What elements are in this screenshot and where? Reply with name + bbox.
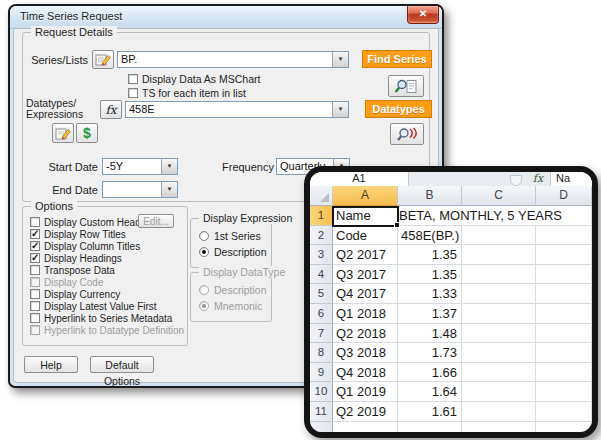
cell-B8[interactable]: 1.73: [398, 343, 462, 363]
radio-description-row[interactable]: Description: [199, 246, 267, 257]
cell-D8[interactable]: [536, 343, 592, 363]
radio-mnemonic-row[interactable]: Mnemonic: [199, 300, 262, 311]
cell-C9[interactable]: [462, 363, 536, 383]
option-hyperlink-series-metadata[interactable]: Hyperlink to Series Metadata: [30, 312, 172, 324]
cell-D11[interactable]: [536, 402, 592, 422]
cell-B2[interactable]: 458E(BP.): [398, 226, 462, 246]
formula-bar[interactable]: Na: [550, 172, 592, 186]
cell-C4[interactable]: [462, 265, 536, 285]
cell-D4[interactable]: [536, 265, 592, 285]
cell-B3[interactable]: 1.35: [398, 245, 462, 265]
radio-1st-series-row[interactable]: 1st Series: [199, 230, 261, 241]
option-display-currency[interactable]: Display Currency: [30, 288, 120, 300]
cell-B11[interactable]: 1.61: [398, 402, 462, 422]
datatype-picker-button[interactable]: [52, 123, 74, 143]
chevron-down-icon[interactable]: ▼: [332, 52, 348, 67]
row-header-11[interactable]: 11: [310, 402, 333, 422]
row-header-4[interactable]: 4: [310, 265, 333, 285]
chevron-down-icon[interactable]: ▼: [332, 102, 348, 117]
cell-C5[interactable]: [462, 284, 536, 304]
cell-D2[interactable]: [536, 226, 592, 246]
option-display-row-titles[interactable]: Display Row Titles: [30, 228, 126, 240]
cell-B10[interactable]: 1.64: [398, 382, 462, 402]
cell-C10[interactable]: [462, 382, 536, 402]
cell-B1[interactable]: BETA, MONTHLY, 5 YEARS: [398, 206, 462, 226]
row-header-6[interactable]: 6: [310, 304, 333, 324]
cell-D3[interactable]: [536, 245, 592, 265]
row-header-5[interactable]: 5: [310, 284, 333, 304]
display-column-titles-checkbox[interactable]: [30, 241, 40, 251]
select-all-corner[interactable]: [310, 186, 333, 206]
column-header-b[interactable]: B: [398, 186, 462, 206]
display-currency-checkbox[interactable]: [30, 289, 40, 299]
cell-A3[interactable]: Q2 2017: [333, 245, 398, 265]
datatype-description-radio[interactable]: [199, 285, 209, 295]
column-header-a[interactable]: A: [333, 186, 398, 206]
chevron-down-icon[interactable]: ▼: [161, 159, 177, 174]
cell-B6[interactable]: 1.37: [398, 304, 462, 324]
cell-D12[interactable]: [536, 422, 592, 438]
cell-A8[interactable]: Q3 2018: [333, 343, 398, 363]
mschart-checkbox[interactable]: [128, 74, 138, 84]
cell-A1[interactable]: Name: [333, 206, 398, 226]
series-lists-combobox[interactable]: BP. ▼: [117, 51, 349, 68]
row-header-12[interactable]: [310, 422, 333, 438]
cell-A5[interactable]: Q4 2017: [333, 284, 398, 304]
cell-C3[interactable]: [462, 245, 536, 265]
row-header-1[interactable]: 1: [310, 206, 333, 226]
hyperlink-datatype-definition-checkbox[interactable]: [30, 325, 40, 335]
option-display-custom-header[interactable]: Display Custom Header: [30, 216, 150, 228]
cell-C2[interactable]: [462, 226, 536, 246]
option-hyperlink-datatype-definition[interactable]: Hyperlink to Datatype Definition: [30, 324, 184, 336]
transpose-data-checkbox[interactable]: [30, 265, 40, 275]
datatype-search-button[interactable]: [390, 123, 424, 145]
end-date-combobox[interactable]: ▼: [102, 181, 178, 198]
cell-D6[interactable]: [536, 304, 592, 324]
display-code-checkbox[interactable]: [30, 277, 40, 287]
cell-B5[interactable]: 1.33: [398, 284, 462, 304]
cell-D9[interactable]: [536, 363, 592, 383]
column-header-d[interactable]: D: [536, 186, 592, 206]
hyperlink-series-metadata-checkbox[interactable]: [30, 313, 40, 323]
mschart-checkbox-row[interactable]: Display Data As MSChart: [128, 73, 260, 85]
display-custom-header-checkbox[interactable]: [30, 217, 40, 227]
help-button[interactable]: Help: [24, 356, 78, 373]
option-display-latest-value-first[interactable]: Display Latest Value First: [30, 300, 157, 312]
cell-A12[interactable]: [333, 422, 398, 438]
ts-each-item-checkbox-row[interactable]: TS for each item in list: [128, 87, 246, 99]
cell-B4[interactable]: 1.35: [398, 265, 462, 285]
datatypes-button[interactable]: Datatypes: [365, 100, 432, 118]
ts-each-item-checkbox[interactable]: [128, 88, 138, 98]
cell-C11[interactable]: [462, 402, 536, 422]
chevron-down-icon[interactable]: ▼: [161, 182, 177, 197]
cell-B9[interactable]: 1.66: [398, 363, 462, 383]
row-header-2[interactable]: 2: [310, 226, 333, 246]
cell-C8[interactable]: [462, 343, 536, 363]
display-row-titles-checkbox[interactable]: [30, 229, 40, 239]
name-box[interactable]: A1: [310, 172, 409, 186]
row-header-7[interactable]: 7: [310, 324, 333, 344]
close-button[interactable]: ✕: [407, 6, 439, 24]
find-series-button[interactable]: Find Series: [362, 50, 432, 68]
start-date-combobox[interactable]: -5Y ▼: [102, 158, 178, 175]
option-display-column-titles[interactable]: Display Column Titles: [30, 240, 140, 252]
radio-datatype-description-row[interactable]: Description: [199, 284, 267, 295]
cell-A2[interactable]: Code: [333, 226, 398, 246]
currency-button[interactable]: $: [76, 123, 98, 143]
first-series-radio[interactable]: [199, 231, 209, 241]
datatypes-combobox[interactable]: 458E ▼: [125, 101, 349, 118]
cell-D10[interactable]: [536, 382, 592, 402]
cell-A6[interactable]: Q1 2018: [333, 304, 398, 324]
cell-A4[interactable]: Q3 2017: [333, 265, 398, 285]
find-series-search-button[interactable]: [388, 75, 424, 97]
option-display-headings[interactable]: Display Headings: [30, 252, 122, 264]
cell-B7[interactable]: 1.48: [398, 324, 462, 344]
cell-A9[interactable]: Q4 2018: [333, 363, 398, 383]
default-options-button[interactable]: Default Options: [90, 356, 154, 373]
description-radio[interactable]: [199, 247, 209, 257]
cell-B12[interactable]: [398, 422, 462, 438]
row-header-10[interactable]: 10: [310, 382, 333, 402]
cell-A11[interactable]: Q2 2019: [333, 402, 398, 422]
cell-A7[interactable]: Q2 2018: [333, 324, 398, 344]
display-headings-checkbox[interactable]: [30, 253, 40, 263]
